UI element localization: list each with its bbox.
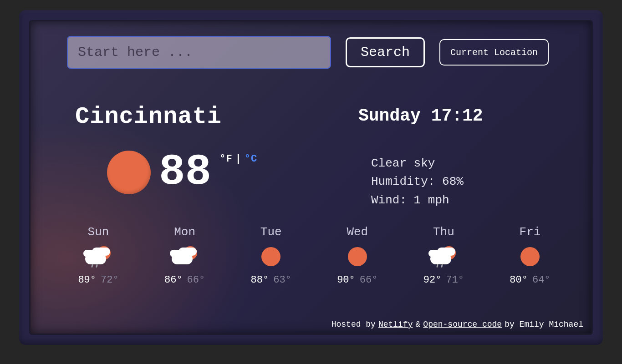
forecast-day: Fri 80° 64° <box>491 225 569 286</box>
forecast-temps: 88° 63° <box>251 274 291 286</box>
forecast-hi: 90° <box>337 274 355 286</box>
forecast-day: Thu 92° 71° <box>405 225 482 286</box>
netlify-link[interactable]: Netlify <box>378 320 413 329</box>
current-conditions: 88 °F | °C <box>107 151 257 194</box>
forecast-icon-slot <box>261 245 280 268</box>
forecast-day-label: Sun <box>88 225 109 239</box>
forecast-day-label: Mon <box>174 225 195 239</box>
source-code-link[interactable]: Open-source code <box>423 320 502 329</box>
forecast-lo: 71° <box>446 274 464 286</box>
search-bar: Search Current Location <box>67 36 549 69</box>
cloud-sun-rain-icon <box>85 246 112 267</box>
current-details: Clear sky Humidity: 68% Wind: 1 mph <box>371 154 464 209</box>
forecast-day: Sun 89° 72° <box>60 225 137 286</box>
cloud-sun-icon <box>172 246 198 267</box>
weather-panel: Search Current Location Cincinnati Sunda… <box>29 20 593 335</box>
footer-credits: Hosted by Netlify & Open-source code by … <box>331 320 583 329</box>
current-location-button[interactable]: Current Location <box>439 39 549 66</box>
forecast-hi: 88° <box>251 274 269 286</box>
forecast-lo: 72° <box>101 274 119 286</box>
forecast-day-label: Fri <box>520 225 541 239</box>
sun-icon <box>348 247 367 266</box>
forecast-temps: 80° 64° <box>510 274 550 286</box>
current-temperature: 88 <box>159 153 211 192</box>
unit-toggle: °F | °C <box>219 153 257 165</box>
forecast-lo: 66° <box>360 274 378 286</box>
unit-fahrenheit[interactable]: °F <box>219 153 232 165</box>
forecast-temps: 92° 71° <box>423 274 464 286</box>
forecast-hi: 80° <box>510 274 528 286</box>
forecast-day-label: Thu <box>433 225 454 239</box>
forecast-icon-slot <box>172 245 198 268</box>
forecast-hi: 89° <box>78 274 96 286</box>
forecast-hi: 92° <box>423 274 442 286</box>
wind-text: Wind: 1 mph <box>371 191 464 209</box>
humidity-text: Humidity: 68% <box>371 172 464 191</box>
sun-icon <box>520 247 540 266</box>
forecast-icon-slot <box>348 245 367 268</box>
forecast-day-label: Tue <box>260 225 282 239</box>
forecast-hi: 86° <box>164 274 183 286</box>
forecast-lo: 63° <box>273 274 291 286</box>
unit-separator: | <box>235 153 242 165</box>
app-frame: Search Current Location Cincinnati Sunda… <box>19 10 603 345</box>
day-time: Sunday 17:12 <box>358 106 483 126</box>
forecast-lo: 66° <box>187 274 205 286</box>
forecast-day: Mon 86° 66° <box>146 225 224 286</box>
forecast-day-label: Wed <box>347 225 368 239</box>
forecast-day: Wed 90° 66° <box>319 225 396 286</box>
footer-prefix: Hosted by <box>331 320 376 329</box>
city-name: Cincinnati <box>75 103 222 130</box>
forecast-lo: 64° <box>532 274 551 286</box>
unit-celsius[interactable]: °C <box>245 153 257 165</box>
sun-icon <box>107 151 151 194</box>
forecast-row: Sun 89° 72° Mon 86° 66° <box>60 225 569 286</box>
forecast-icon-slot <box>430 245 457 268</box>
forecast-icon-slot <box>85 245 112 268</box>
forecast-day: Tue 88° 63° <box>232 225 310 286</box>
forecast-temps: 90° 66° <box>337 274 377 286</box>
cloud-sun-rain-icon <box>430 246 457 267</box>
forecast-icon-slot <box>520 245 540 268</box>
forecast-temps: 86° 66° <box>164 274 205 286</box>
footer-amp: & <box>416 320 421 329</box>
footer-author: by Emily Michael <box>505 320 583 329</box>
sun-icon <box>261 247 280 266</box>
condition-text: Clear sky <box>371 154 464 172</box>
forecast-temps: 89° 72° <box>78 274 118 286</box>
location-search-input[interactable] <box>67 36 331 69</box>
search-button[interactable]: Search <box>346 37 425 67</box>
